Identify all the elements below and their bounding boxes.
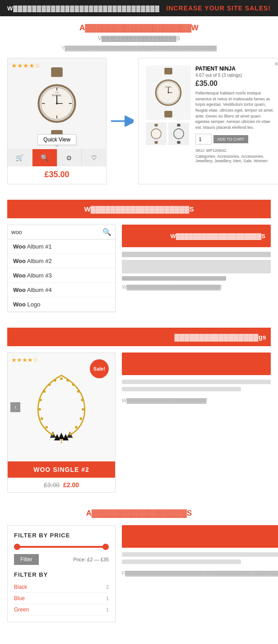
svg-point-49 bbox=[79, 418, 82, 420]
filter-blue-link[interactable]: Blue bbox=[14, 595, 25, 602]
modal-thumb-2[interactable] bbox=[168, 122, 189, 145]
sale-badge: Sale! bbox=[90, 359, 109, 378]
search-results-list: Woo Album #1 Woo Album #2 Woo Album #3 W… bbox=[8, 240, 115, 312]
section3-desc: W▓▓▓▓▓▓▓▓▓▓▓▓▓▓▓▓▓▓▓▓▓▓! bbox=[122, 398, 271, 403]
modal-close-btn[interactable]: × bbox=[274, 60, 278, 68]
section2-body: 🔍 Woo Album #1 Woo Album #2 Woo Album #3… bbox=[0, 220, 278, 321]
product-actions: 🛒 🔍 ⊙ ♡ bbox=[8, 149, 106, 166]
thumb-watch-2 bbox=[171, 124, 187, 144]
modal-qty-add: ADD TO CART bbox=[195, 134, 275, 145]
svg-point-30 bbox=[174, 130, 183, 138]
search-result-item[interactable]: Woo Album #3 bbox=[8, 268, 115, 283]
section4-title: A▓▓▓▓▓▓▓▓▓▓▓▓▓▓▓▓▓S bbox=[7, 508, 271, 519]
section4-right: F▓▓▓▓▓▓▓▓▓▓▓▓▓▓▓▓▓▓▓▓▓▓▓▓▓▓▓▓▓▓▓▓▓▓▓▓▓▓▓… bbox=[122, 525, 278, 576]
modal-rating: 4.67 out of 5 (3 ratings) bbox=[195, 73, 275, 78]
product-price: £35.00 bbox=[8, 166, 106, 183]
svg-point-12 bbox=[56, 103, 58, 104]
section1-body: ★★★★☆ FOSSIL 132 bbox=[0, 53, 278, 193]
product-single-stars: ★★★★☆ bbox=[11, 357, 38, 363]
filter-price-title: FILTER BY PRICE bbox=[14, 532, 109, 539]
svg-point-54 bbox=[51, 433, 54, 436]
modal-sku: SKU: WP120642. bbox=[195, 148, 275, 153]
product-card: ★★★★☆ FOSSIL 132 bbox=[7, 58, 107, 184]
filter-item-green: Green 1 bbox=[14, 604, 109, 616]
svg-rect-27 bbox=[177, 124, 180, 127]
modal-product-info: PATIENT NINJA 4.67 out of 5 (3 ratings) … bbox=[195, 66, 275, 163]
svg-point-48 bbox=[38, 408, 41, 411]
cart-btn[interactable]: 🛒 bbox=[8, 149, 32, 166]
price-range-slider[interactable] bbox=[14, 543, 109, 550]
add-to-cart-button[interactable]: ADD TO CART bbox=[213, 135, 248, 143]
prev-button[interactable]: ‹ bbox=[10, 402, 20, 412]
arrow-container bbox=[111, 116, 134, 127]
product-image-area: ★★★★☆ FOSSIL 132 bbox=[8, 58, 106, 149]
section3-bar-2 bbox=[122, 387, 241, 391]
section1-inner: ★★★★☆ FOSSIL 132 bbox=[7, 58, 271, 184]
section2-orange-bar: W▓▓▓▓▓▓▓▓▓▓▓▓▓▓▓▓▓▓▓▓S bbox=[122, 225, 271, 247]
svg-point-40 bbox=[54, 379, 56, 382]
section3-right: W▓▓▓▓▓▓▓▓▓▓▓▓▓▓▓▓▓▓▓▓▓▓! bbox=[122, 353, 271, 403]
section2-inner: 🔍 Woo Album #1 Woo Album #2 Woo Album #3… bbox=[7, 225, 271, 312]
right-arrow-icon bbox=[111, 116, 134, 127]
svg-rect-16 bbox=[164, 111, 172, 118]
product-single-title: WOO SINGLE #2 bbox=[8, 461, 115, 478]
search-btn[interactable]: 🔍 bbox=[32, 149, 57, 166]
modal-description: Pellentesque habitant morbi tristique se… bbox=[195, 90, 275, 130]
section2-header: W▓▓▓▓▓▓▓▓▓▓▓▓▓▓▓▓▓▓▓▓S bbox=[0, 193, 278, 220]
product-single-image: ★★★★☆ Sale! ‹ bbox=[8, 353, 115, 461]
wishlist-btn[interactable]: ♡ bbox=[82, 149, 106, 166]
price-new: £2.00 bbox=[63, 481, 79, 489]
filter-widget: FILTER BY PRICE Filter Price: £2 — £35 F… bbox=[7, 525, 116, 622]
product-modal: × FOSSIL bbox=[138, 58, 278, 184]
section3-inner: ★★★★☆ Sale! ‹ bbox=[7, 353, 271, 493]
product-stars: ★★★★☆ bbox=[11, 62, 41, 69]
section1-desc: Y▓▓▓▓▓▓▓▓▓▓▓▓▓▓▓▓▓▓▓▓▓▓▓▓▓▓▓▓▓▓▓▓▓▓▓▓▓▓▓… bbox=[7, 44, 271, 52]
slider-thumb-left[interactable] bbox=[14, 544, 20, 550]
product-single-price: £3.00 £2.00 bbox=[8, 478, 115, 492]
thumb-watch-1 bbox=[148, 124, 164, 144]
slider-thumb-right[interactable] bbox=[102, 544, 109, 550]
header: W▓▓▓▓▓▓▓▓▓▓▓▓▓▓▓▓▓▓▓▓▓▓▓▓▓▓▓▓▓▓▓ INCREAS… bbox=[0, 0, 278, 16]
price-old: £3.00 bbox=[44, 481, 60, 489]
section3-bar-1 bbox=[122, 380, 271, 384]
section2-gray-block bbox=[122, 260, 271, 273]
section2-desc: W▓▓▓▓▓▓▓▓▓▓▓▓▓▓▓▓▓▓▓▓▓▓▓▓▓▓! bbox=[122, 284, 271, 290]
section4-header: A▓▓▓▓▓▓▓▓▓▓▓▓▓▓▓▓▓S bbox=[0, 502, 278, 521]
search-icon[interactable]: 🔍 bbox=[102, 228, 111, 236]
svg-rect-0 bbox=[51, 67, 63, 77]
modal-main-image: FOSSIL bbox=[146, 66, 191, 120]
filter-green-link[interactable]: Green bbox=[14, 606, 29, 613]
svg-rect-28 bbox=[177, 141, 180, 144]
compare-btn[interactable]: ⊙ bbox=[57, 149, 82, 166]
modal-categories: Categories: Accessories, Accessories, Je… bbox=[195, 154, 275, 163]
search-result-item[interactable]: Woo Album #4 bbox=[8, 283, 115, 297]
slider-fill bbox=[14, 546, 109, 548]
svg-rect-24 bbox=[154, 141, 158, 144]
search-result-item[interactable]: Woo Logo bbox=[8, 297, 115, 312]
section4-body: FILTER BY PRICE Filter Price: £2 — £35 F… bbox=[0, 521, 278, 631]
svg-point-47 bbox=[82, 408, 84, 411]
product-single-card: ★★★★☆ Sale! ‹ bbox=[7, 353, 116, 493]
svg-point-50 bbox=[41, 418, 43, 420]
svg-point-46 bbox=[39, 399, 42, 401]
svg-text:132: 132 bbox=[55, 91, 59, 94]
svg-rect-23 bbox=[154, 124, 158, 127]
svg-point-53 bbox=[69, 433, 72, 436]
search-input[interactable] bbox=[11, 229, 102, 235]
svg-point-42 bbox=[48, 384, 51, 386]
quickview-tooltip[interactable]: Quick View bbox=[37, 134, 76, 145]
section4-bar-1 bbox=[122, 552, 278, 557]
search-result-item[interactable]: Woo Album #2 bbox=[8, 254, 115, 268]
filter-blue-count: 1 bbox=[106, 596, 109, 601]
filter-black-link[interactable]: Black bbox=[14, 584, 27, 590]
svg-point-41 bbox=[72, 384, 75, 386]
quantity-input[interactable] bbox=[195, 134, 212, 145]
search-widget: 🔍 Woo Album #1 Woo Album #2 Woo Album #3… bbox=[7, 225, 116, 312]
filter-button[interactable]: Filter bbox=[14, 554, 39, 565]
modal-price: £35.00 bbox=[195, 80, 275, 88]
modal-thumb-1[interactable] bbox=[146, 122, 167, 145]
section3-title: ▓▓▓▓▓▓▓▓▓▓▓▓▓▓▓▓▓gs bbox=[7, 328, 271, 346]
svg-point-52 bbox=[45, 426, 48, 429]
svg-point-22 bbox=[168, 92, 169, 94]
search-result-item[interactable]: Woo Album #1 bbox=[8, 240, 115, 254]
